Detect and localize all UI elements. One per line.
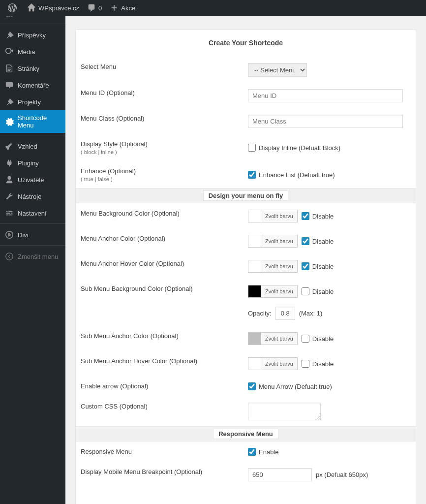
divi-icon [5,230,14,239]
sub-anchor-hover-picker[interactable]: Zvolit barvu [248,357,298,370]
label-css: Custom CSS (Optional) [81,403,248,420]
brush-icon [5,142,14,151]
label-enhance: Enhance (Optional) [81,167,238,175]
color-swatch [248,285,261,297]
display-inline-checkbox[interactable] [248,144,256,152]
checkbox-disable-sub-bg[interactable]: Disable [302,287,334,295]
sub-anchor-picker[interactable]: Zvolit barvu [248,332,298,345]
color-swatch [248,333,261,345]
label-menu-class: Menu Class (Optional) [81,115,248,128]
sidebar-separator [0,22,65,24]
site-name-link[interactable]: WPsprávce.cz [23,0,83,16]
panel-title: Create Your Shortcode [76,30,416,57]
select-menu[interactable]: -- Select Menu -- [248,63,307,77]
checkbox-disable-hover[interactable]: Disable [302,262,334,270]
opacity-row: Opacity: (Max: 1) [248,307,411,320]
anchor-color-picker[interactable]: Zvolit barvu [248,235,298,248]
sidebar-label: Média [18,48,35,56]
wordpress-icon [8,3,17,12]
sidebar-item-dashboard-tail[interactable]: Nástěnka [0,16,65,22]
sub-bg-picker[interactable]: Zvolit barvu [248,285,298,298]
label-menu-id: Menu ID (Optional) [81,89,248,102]
label-sub-bg: Sub Menu Background Color (Optional) [81,285,248,320]
hint-display-style: ( block | inline ) [81,149,238,155]
label-arrow: Enable arrow (Optional) [81,382,248,390]
site-name-text: WPsprávce.cz [38,4,79,12]
sidebar-collapse[interactable]: Zmenšit menu [0,248,65,265]
section-responsive-heading: Responsive Menu [76,426,416,441]
checkbox-responsive[interactable]: Enable [248,448,278,456]
collapse-icon [5,252,14,261]
comment-icon [87,3,96,12]
opacity-input[interactable] [275,307,295,320]
sidebar-label: Projekty [18,98,41,106]
panel-padding [76,487,416,504]
wrench-icon [5,192,14,201]
bg-color-picker[interactable]: Zvolit barvu [248,210,298,222]
sidebar-item-posts[interactable]: Příspěvky [0,27,65,43]
sidebar-separator [0,243,65,246]
checkbox-disable-sub-hover[interactable]: Disable [302,360,334,368]
row-arrow: Enable arrow (Optional) Menu Arrow (Defu… [76,376,416,396]
color-swatch [248,235,261,247]
label-breakpoint: Display Mobile Menu Breakpoint (Optional… [81,468,248,481]
row-sub-bg: Sub Menu Background Color (Optional) Zvo… [76,279,416,326]
pin-icon [5,97,14,106]
sidebar-item-comments[interactable]: Komentáře [0,77,65,94]
anchor-hover-picker[interactable]: Zvolit barvu [248,260,298,273]
sidebar-item-pages[interactable]: Stránky [0,60,65,77]
menu-class-input[interactable] [248,115,403,128]
sidebar-label: Příspěvky [18,32,46,39]
sidebar-item-media[interactable]: Média [0,43,65,60]
sidebar-item-appearance[interactable]: Vzhled [0,138,65,155]
comments-link[interactable]: 0 [83,0,106,16]
sliders-icon [5,209,14,218]
user-icon [5,175,14,184]
opacity-max: (Max: 1) [299,310,323,317]
row-sub-anchor: Sub Menu Anchor Color (Optional) Zvolit … [76,326,416,351]
label-anchor-color: Menu Anchor Color (Optional) [81,235,248,248]
main-content: Create Your Shortcode Select Menu -- Sel… [65,16,426,504]
checkbox-disable-anchor[interactable]: Disable [302,237,334,245]
checkbox-disable-sub-anchor[interactable]: Disable [302,335,334,343]
enhance-checkbox[interactable] [248,171,256,179]
sidebar-item-tools[interactable]: Nástroje [0,188,65,205]
row-breakpoint: Display Mobile Menu Breakpoint (Optional… [76,462,416,487]
sidebar-item-users[interactable]: Uživatelé [0,171,65,188]
sidebar-label: Nastavení [18,210,47,217]
color-swatch [248,358,261,370]
new-content-link[interactable]: Akce [106,0,139,16]
svg-point-0 [6,48,11,54]
sidebar-item-projects[interactable]: Projekty [0,94,65,110]
checkbox-label: Enhance List (Defualt true) [259,171,335,179]
sidebar-item-divi[interactable]: Divi [0,226,65,243]
breakpoint-input[interactable] [248,468,312,481]
dashboard-icon [5,16,14,18]
row-display-style: Display Style (Optional) ( block | inlin… [76,134,416,161]
sidebar-label: Pluginy [18,159,39,167]
sidebar-item-settings[interactable]: Nastavení [0,205,65,221]
page-icon [5,64,14,73]
sidebar-label: Stránky [18,65,39,72]
breakpoint-hint: px (Defualt 650px) [316,471,368,478]
color-swatch [248,210,261,222]
row-select-menu: Select Menu -- Select Menu -- [76,57,416,83]
sidebar-item-plugins[interactable]: Pluginy [0,155,65,171]
admin-sidebar: Nástěnka Příspěvky Média Stránky Komentá… [0,16,65,504]
sidebar-item-shortcode-menu[interactable]: Shortcode Menu [0,110,65,133]
sidebar-label: Nástroje [18,193,41,200]
row-enhance: Enhance (Optional) ( true | false ) Enha… [76,161,416,188]
row-sub-anchor-hover: Sub Menu Anchor Hover Color (Optional) Z… [76,351,416,376]
checkbox-arrow[interactable]: Menu Arrow (Defualt true) [248,382,332,390]
row-css: Custom CSS (Optional) [76,396,416,426]
gear-icon [5,117,14,126]
row-anchor-hover: Menu Anchor Hover Color (Optional) Zvoli… [76,253,416,279]
checkbox-display-inline[interactable]: Display Inline (Defualt Block) [248,144,340,152]
checkbox-disable-bg[interactable]: Disable [302,212,334,220]
custom-css-textarea[interactable] [248,403,321,420]
menu-id-input[interactable] [248,89,403,102]
checkbox-enhance[interactable]: Enhance List (Defualt true) [248,171,335,179]
sidebar-separator [0,221,65,224]
row-anchor-color: Menu Anchor Color (Optional) Zvolit barv… [76,228,416,253]
wp-logo[interactable] [4,0,23,16]
